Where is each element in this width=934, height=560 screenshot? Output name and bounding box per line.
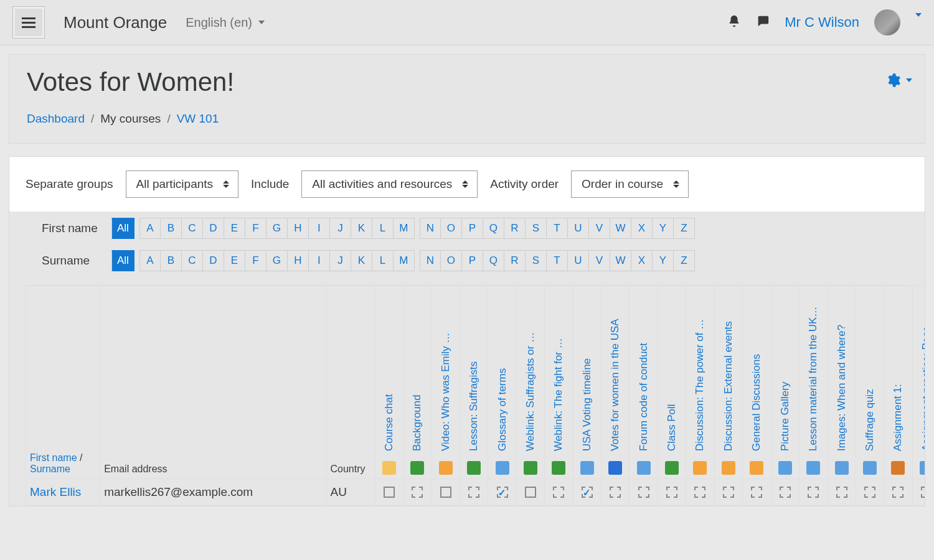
completion-checkbox[interactable]	[497, 487, 508, 498]
letter-R[interactable]: R	[504, 218, 526, 239]
site-brand[interactable]: Mount Orange	[64, 13, 167, 32]
letter-Z[interactable]: Z	[674, 218, 695, 239]
user-menu-toggle[interactable]	[915, 17, 922, 28]
completion-checkbox[interactable]	[384, 487, 395, 498]
letter-W[interactable]: W	[610, 218, 631, 239]
include-select[interactable]: All activities and resources	[301, 170, 478, 198]
letter-Q[interactable]: Q	[483, 250, 504, 271]
letter-U[interactable]: U	[568, 218, 589, 239]
activity-link[interactable]: Discussion: External events	[722, 321, 735, 451]
letter-A[interactable]: A	[139, 250, 161, 271]
settings-gear-button[interactable]	[885, 72, 912, 88]
activity-link[interactable]: Class Poll	[666, 404, 678, 451]
completion-checkbox[interactable]	[412, 487, 423, 498]
letter-F[interactable]: F	[245, 218, 267, 239]
breadcrumb-course[interactable]: VW 101	[177, 112, 219, 126]
letter-F[interactable]: F	[245, 250, 267, 271]
letter-K[interactable]: K	[351, 250, 372, 271]
messages-icon[interactable]	[756, 14, 770, 30]
letter-all[interactable]: All	[111, 250, 134, 271]
activity-link[interactable]: Discussion: The power of …	[694, 319, 706, 451]
letter-G[interactable]: G	[267, 250, 288, 271]
letter-H[interactable]: H	[288, 218, 309, 239]
letter-J[interactable]: J	[330, 218, 351, 239]
completion-checkbox[interactable]	[892, 487, 903, 498]
completion-checkbox[interactable]	[638, 487, 649, 498]
completion-checkbox[interactable]	[440, 487, 451, 498]
activity-link[interactable]: Weblink: Suffragists or …	[524, 332, 537, 451]
activity-link[interactable]: Lesson: Suffragists	[468, 362, 480, 451]
activity-link[interactable]: Images: When and where?	[836, 325, 848, 451]
letter-P[interactable]: P	[462, 250, 483, 271]
activity-link[interactable]: Forum code of conduct	[638, 343, 650, 451]
user-name-link[interactable]: Mr C Wilson	[785, 14, 859, 30]
sort-surname[interactable]: Surname	[30, 464, 70, 474]
activity-link[interactable]: Video: Who was Emily …	[440, 332, 452, 451]
letter-N[interactable]: N	[420, 250, 441, 271]
notifications-icon[interactable]	[727, 14, 741, 30]
activity-link[interactable]: Picture Gallery	[779, 382, 791, 451]
letter-Z[interactable]: Z	[674, 250, 695, 271]
activity-link[interactable]: Lesson material from the UK…	[807, 307, 819, 451]
sort-firstname[interactable]: First name	[30, 452, 77, 463]
letter-L[interactable]: L	[372, 218, 394, 239]
activity-link[interactable]: Weblink: The fight for …	[552, 338, 565, 451]
letter-B[interactable]: B	[161, 250, 182, 271]
activity-link[interactable]: General Discussions	[750, 354, 763, 451]
letter-I[interactable]: I	[309, 218, 330, 239]
completion-checkbox[interactable]	[582, 487, 593, 498]
completion-checkbox[interactable]	[836, 487, 847, 498]
letter-X[interactable]: X	[631, 250, 653, 271]
letter-E[interactable]: E	[224, 250, 245, 271]
letter-L[interactable]: L	[372, 250, 394, 271]
letter-T[interactable]: T	[547, 218, 568, 239]
letter-U[interactable]: U	[568, 250, 589, 271]
completion-checkbox[interactable]	[468, 487, 479, 498]
activity-link[interactable]: Assignment practice: Peer …	[920, 314, 925, 451]
hamburger-menu-button[interactable]	[12, 6, 45, 39]
letter-C[interactable]: C	[182, 218, 203, 239]
letter-A[interactable]: A	[139, 218, 161, 239]
activity-link[interactable]: USA Voting timeline	[581, 358, 593, 451]
order-select[interactable]: Order in course	[571, 170, 689, 198]
activity-link[interactable]: Glossary of terms	[496, 368, 509, 451]
letter-N[interactable]: N	[420, 218, 441, 239]
language-selector[interactable]: English (en)	[186, 16, 265, 30]
letter-I[interactable]: I	[309, 250, 330, 271]
activity-link[interactable]: Votes for women in the USA	[609, 319, 621, 451]
letter-O[interactable]: O	[441, 250, 462, 271]
letter-J[interactable]: J	[330, 250, 351, 271]
letter-R[interactable]: R	[504, 250, 526, 271]
letter-P[interactable]: P	[462, 218, 483, 239]
letter-T[interactable]: T	[547, 250, 568, 271]
letter-M[interactable]: M	[394, 218, 415, 239]
letter-X[interactable]: X	[631, 218, 653, 239]
completion-checkbox[interactable]	[780, 487, 791, 498]
letter-E[interactable]: E	[224, 218, 245, 239]
completion-checkbox[interactable]	[553, 487, 564, 498]
letter-G[interactable]: G	[267, 218, 288, 239]
completion-checkbox[interactable]	[723, 487, 734, 498]
letter-M[interactable]: M	[394, 250, 415, 271]
completion-checkbox[interactable]	[864, 487, 875, 498]
completion-checkbox[interactable]	[666, 487, 677, 498]
activity-link[interactable]: Suffrage quiz	[864, 389, 876, 451]
letter-B[interactable]: B	[161, 218, 182, 239]
letter-V[interactable]: V	[589, 250, 610, 271]
completion-checkbox[interactable]	[921, 487, 925, 498]
letter-K[interactable]: K	[351, 218, 372, 239]
letter-D[interactable]: D	[203, 218, 224, 239]
groups-select[interactable]: All participants	[126, 170, 239, 198]
activity-link[interactable]: Background	[411, 394, 423, 451]
letter-Y[interactable]: Y	[653, 218, 674, 239]
activity-link[interactable]: Course chat	[383, 394, 395, 451]
completion-checkbox[interactable]	[694, 487, 705, 498]
completion-checkbox[interactable]	[808, 487, 819, 498]
letter-D[interactable]: D	[203, 250, 224, 271]
completion-checkbox[interactable]	[525, 487, 536, 498]
letter-O[interactable]: O	[441, 218, 462, 239]
letter-V[interactable]: V	[589, 218, 610, 239]
completion-checkbox[interactable]	[610, 487, 621, 498]
letter-all[interactable]: All	[111, 218, 134, 239]
letter-H[interactable]: H	[288, 250, 309, 271]
